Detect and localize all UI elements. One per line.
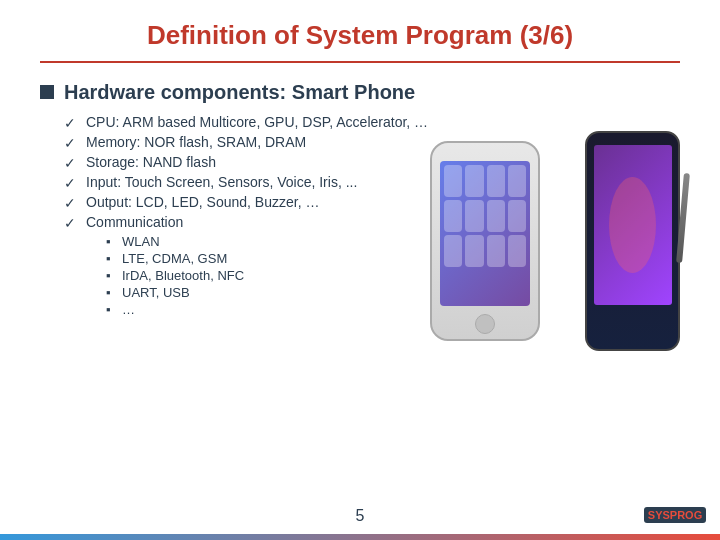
logo-area: SYSPROG: [645, 500, 705, 530]
app-icon-7: [487, 200, 505, 232]
content-area: Hardware components: Smart Phone ✓ CPU: …: [40, 81, 680, 321]
app-icon-8: [508, 200, 526, 232]
sub-bullet-text-2: Memory: NOR flash, SRAM, DRAM: [86, 134, 306, 150]
nested-bullet-text-3: IrDA, Bluetooth, NFC: [122, 268, 244, 283]
logo-text: SYSPROG: [644, 507, 706, 523]
nested-dash-icon-2: ▪: [106, 251, 116, 266]
checkmark-icon-4: ✓: [64, 175, 78, 191]
android-screen: [594, 145, 672, 305]
iphone-home-button: [475, 314, 495, 334]
iphone-screen: [440, 161, 530, 306]
nested-dash-icon-4: ▪: [106, 285, 116, 300]
app-icon-12: [508, 235, 526, 267]
page-number: 5: [356, 507, 365, 524]
checkmark-icon-5: ✓: [64, 195, 78, 211]
phone-container: [400, 131, 680, 431]
app-icon-3: [487, 165, 505, 197]
nested-dash-icon-1: ▪: [106, 234, 116, 249]
nested-bullet-text-5: …: [122, 302, 135, 317]
app-icon-10: [465, 235, 483, 267]
page-number-area: 5: [356, 507, 365, 525]
stylus-illustration: [676, 173, 690, 263]
sub-bullet-text-3: Storage: NAND flash: [86, 154, 216, 170]
app-icon-5: [444, 200, 462, 232]
iphone-illustration: [430, 141, 540, 341]
nested-dash-icon-3: ▪: [106, 268, 116, 283]
slide: Definition of System Program (3/6) Hardw…: [0, 0, 720, 540]
nested-bullet-text-1: WLAN: [122, 234, 160, 249]
sub-bullet-text-6: Communication: [86, 214, 183, 230]
app-icon-6: [465, 200, 483, 232]
main-bullet-text: Hardware components: Smart Phone: [64, 81, 415, 104]
checkmark-icon-2: ✓: [64, 135, 78, 151]
nested-dash-icon-5: ▪: [106, 302, 116, 317]
main-bullet: Hardware components: Smart Phone: [40, 81, 670, 104]
slide-title: Definition of System Program (3/6): [147, 20, 573, 50]
app-icon-9: [444, 235, 462, 267]
app-icon-4: [508, 165, 526, 197]
title-area: Definition of System Program (3/6): [40, 20, 680, 63]
android-screen-glow: [609, 177, 656, 273]
checkmark-icon-6: ✓: [64, 215, 78, 231]
checkmark-icon-3: ✓: [64, 155, 78, 171]
sub-bullet-text-4: Input: Touch Screen, Sensors, Voice, Iri…: [86, 174, 357, 190]
bullet-square-icon: [40, 85, 54, 99]
app-icon-1: [444, 165, 462, 197]
bottom-decoration-bar: [0, 534, 720, 540]
app-icon-2: [465, 165, 483, 197]
nested-bullet-text-4: UART, USB: [122, 285, 190, 300]
images-area: [400, 111, 680, 431]
sub-bullet-text-1: CPU: ARM based Multicore, GPU, DSP, Acce…: [86, 114, 428, 130]
sub-bullet-text-5: Output: LCD, LED, Sound, Buzzer, …: [86, 194, 319, 210]
nested-bullet-text-2: LTE, CDMA, GSM: [122, 251, 227, 266]
app-icon-11: [487, 235, 505, 267]
checkmark-icon-1: ✓: [64, 115, 78, 131]
android-illustration: [585, 131, 680, 351]
